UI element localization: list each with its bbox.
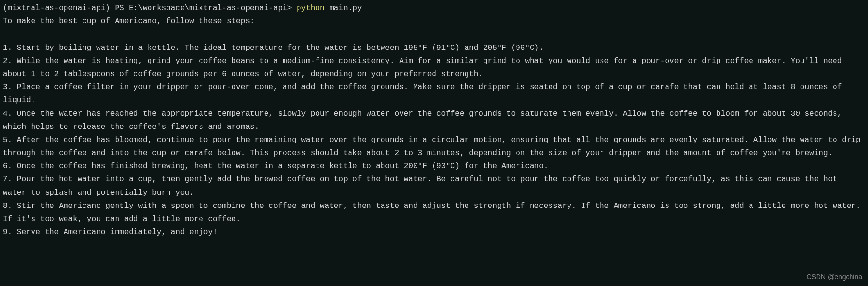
prompt-shell: PS [115, 4, 124, 13]
output-step: 8. Stir the Americano gently with a spoo… [3, 202, 865, 223]
prompt-command: python [297, 4, 325, 13]
output-step: 3. Place a coffee filter in your dripper… [3, 83, 847, 105]
output-step: 2. While the water is heating, grind you… [3, 57, 847, 79]
watermark: CSDN @engchina [806, 271, 862, 283]
prompt-env: (mixtral-as-openai-api) [3, 4, 110, 13]
output-step: 9. Serve the Americano immediately, and … [3, 228, 217, 237]
prompt-path: E:\workspace\mixtral-as-openai-api> [129, 4, 292, 13]
output-step: 6. Once the coffee has finished brewing,… [3, 162, 548, 171]
terminal-output[interactable]: (mixtral-as-openai-api) PS E:\workspace\… [3, 2, 865, 239]
output-step: 5. After the coffee has bloomed, continu… [3, 136, 865, 158]
output-step: 7. Pour the hot water into a cup, then g… [3, 175, 842, 197]
prompt-args: main.py [329, 4, 362, 13]
output-step: 1. Start by boiling water in a kettle. T… [3, 44, 544, 52]
output-step: 4. Once the water has reached the approp… [3, 110, 847, 131]
output-intro: To make the best cup of Americano, follo… [3, 17, 254, 26]
